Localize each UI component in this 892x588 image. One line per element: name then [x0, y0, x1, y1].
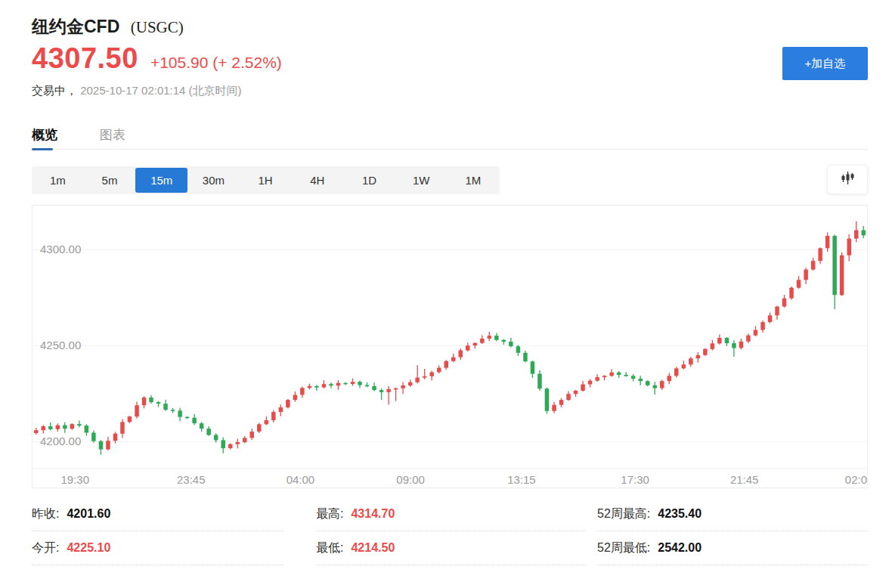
- quote-stats: 昨收:4201.60今开:4225.10最高:4314.70最低:4214.50…: [32, 497, 868, 565]
- interval-1m[interactable]: 1m: [32, 169, 84, 192]
- svg-text:04:00: 04:00: [286, 473, 315, 486]
- candle: [365, 382, 370, 388]
- candle: [48, 422, 53, 430]
- candle: [322, 380, 327, 388]
- candle: [236, 438, 240, 448]
- candle: [552, 402, 556, 413]
- candle: [703, 348, 708, 356]
- stat-label: 昨收:: [32, 506, 59, 522]
- candle: [379, 388, 384, 400]
- candle: [300, 387, 305, 398]
- candle: [128, 416, 132, 423]
- candle: [754, 326, 758, 337]
- stat-label: 今开:: [32, 540, 59, 556]
- svg-text:19:30: 19:30: [61, 473, 90, 486]
- candle: [42, 426, 46, 434]
- stat-row: 最低:4214.50: [316, 531, 584, 565]
- candle: [559, 398, 564, 407]
- candle: [825, 233, 830, 252]
- candle: [351, 379, 355, 386]
- interval-1M[interactable]: 1M: [448, 169, 500, 192]
- candle: [775, 306, 779, 320]
- candle: [163, 400, 168, 410]
- candle: [509, 338, 513, 348]
- svg-text:4300.00: 4300.00: [40, 243, 81, 255]
- candle: [646, 380, 650, 386]
- candle: [617, 371, 621, 378]
- svg-text:4250.00: 4250.00: [40, 339, 81, 351]
- candle: [63, 422, 67, 433]
- status-row: 交易中， 2025-10-17 02:01:14 (北京时间): [32, 84, 868, 100]
- candle: [588, 379, 593, 387]
- candle: [609, 369, 614, 376]
- candle: [523, 351, 528, 363]
- candle: [343, 382, 348, 385]
- interval-15m[interactable]: 15m: [135, 168, 187, 193]
- interval-5m[interactable]: 5m: [84, 169, 136, 192]
- stat-row: 52周最高:4235.40: [597, 497, 867, 531]
- candle: [768, 313, 773, 323]
- stat-row: 最高:4314.70: [316, 497, 584, 531]
- svg-text:21:45: 21:45: [730, 473, 759, 486]
- candle: [279, 404, 283, 416]
- candle: [206, 426, 211, 436]
- candle: [308, 384, 312, 390]
- interval-1W[interactable]: 1W: [395, 169, 448, 192]
- candle: [358, 380, 362, 388]
- interval-4H[interactable]: 4H: [291, 169, 343, 192]
- candle: [624, 372, 628, 376]
- candlestick-icon: [840, 170, 856, 189]
- candle: [480, 336, 485, 345]
- candle: [862, 226, 866, 238]
- stat-label: 最高:: [316, 506, 343, 522]
- candle: [537, 370, 542, 391]
- price-chart[interactable]: 4300.004250.004200.0019:3023:4504:0009:0…: [32, 205, 868, 488]
- candle: [243, 436, 247, 443]
- candle: [502, 339, 506, 345]
- candle: [257, 423, 262, 434]
- candle: [120, 419, 125, 438]
- stat-value: 4235.40: [658, 507, 702, 521]
- candle: [494, 333, 499, 341]
- interval-1H[interactable]: 1H: [240, 169, 292, 192]
- candle: [760, 320, 765, 333]
- candle: [178, 408, 182, 422]
- candle: [329, 382, 333, 388]
- candle: [437, 366, 441, 373]
- candle: [34, 428, 39, 435]
- candle: [782, 295, 787, 308]
- candle: [401, 382, 405, 394]
- stat-row: 昨收:4201.60: [32, 497, 283, 531]
- candle: [77, 421, 82, 428]
- candle: [639, 376, 643, 385]
- candle: [473, 342, 478, 348]
- candlestick-chart: 4300.004250.004200.0019:3023:4504:0009:0…: [33, 206, 867, 487]
- candle: [674, 367, 679, 378]
- candle: [135, 402, 139, 419]
- interval-30m[interactable]: 30m: [187, 169, 240, 192]
- candle: [286, 399, 290, 409]
- add-watchlist-button[interactable]: +加自选: [782, 47, 868, 80]
- page-title: 纽约金CFD (USGC): [32, 0, 868, 39]
- candle: [631, 374, 636, 381]
- candle: [200, 422, 204, 432]
- interval-row: 1m5m15m30m1H4H1D1W1M: [32, 166, 868, 194]
- tab-overview[interactable]: 概览: [32, 126, 57, 149]
- interval-1D[interactable]: 1D: [343, 169, 395, 192]
- tab-chart[interactable]: 图表: [100, 126, 125, 149]
- stat-value: 4214.50: [351, 541, 395, 555]
- stat-label: 52周最低:: [597, 540, 650, 556]
- candle: [854, 221, 859, 242]
- chart-style-button[interactable]: [827, 165, 868, 194]
- stat-column-1: 昨收:4201.60今开:4225.10: [32, 497, 283, 565]
- candle: [847, 234, 852, 262]
- interval-bar: 1m5m15m30m1H4H1D1W1M: [32, 166, 500, 194]
- candle: [394, 388, 398, 401]
- candle: [516, 345, 521, 356]
- quote-page: 纽约金CFD (USGC) 4307.50 +105.90 (+ 2.52%) …: [0, 0, 892, 588]
- candle: [451, 354, 456, 362]
- candle: [214, 433, 218, 442]
- x-axis-labels: 19:3023:4504:0009:0013:1517:3021:4502:0: [61, 473, 867, 486]
- candle: [725, 337, 729, 346]
- svg-text:23:45: 23:45: [177, 473, 206, 486]
